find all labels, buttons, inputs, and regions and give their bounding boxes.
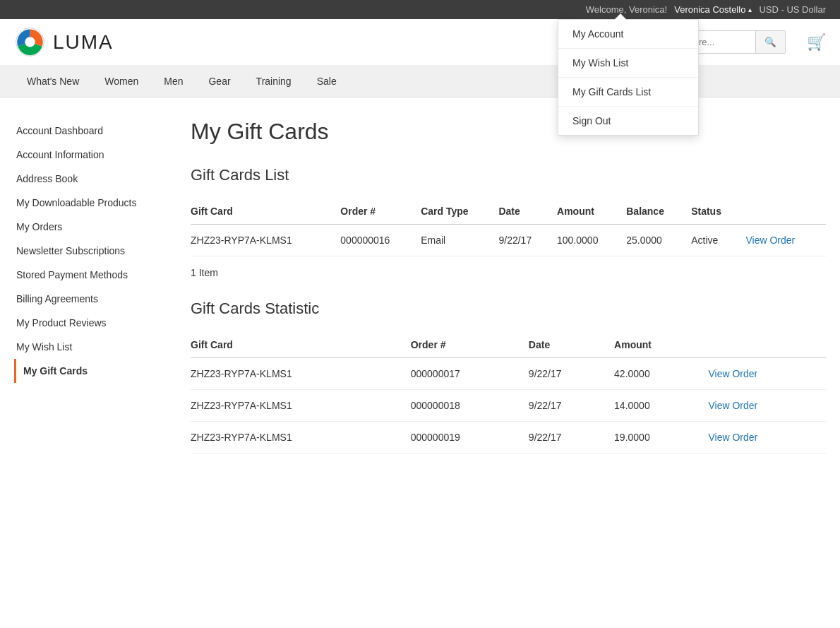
nav-item-sale[interactable]: Sale	[304, 66, 349, 97]
stat-cell-view-order[interactable]: View Order	[708, 422, 826, 454]
cart-icon[interactable]: 🛒	[807, 33, 826, 52]
col-action	[746, 199, 827, 225]
cell-card-type: Email	[421, 225, 498, 256]
logo-text: LUMA	[53, 31, 114, 54]
search-button[interactable]: 🔍	[755, 31, 785, 53]
cell-amount: 100.0000	[557, 225, 626, 256]
stat-cell-gift-card: ZHZ23-RYP7A-KLMS1	[191, 358, 411, 390]
col-card-type: Card Type	[421, 199, 498, 225]
gift-cards-list-section: Gift Cards List Gift Card Order # Card T…	[191, 166, 826, 278]
sidebar: Account Dashboard Account Information Ad…	[14, 119, 169, 464]
stat-col-order-num: Order #	[411, 332, 529, 358]
cell-view-order[interactable]: View Order	[746, 225, 827, 256]
stat-col-action	[708, 332, 826, 358]
nav-item-whats-new[interactable]: What's New	[14, 66, 92, 97]
stat-cell-order-num: 000000018	[411, 390, 529, 422]
cell-order-num: 000000016	[340, 225, 421, 256]
welcome-text: Welcome, Veronica!	[586, 4, 667, 15]
gift-cards-statistic-header-row: Gift Card Order # Date Amount	[191, 332, 826, 358]
col-amount: Amount	[557, 199, 626, 225]
stat-col-gift-card: Gift Card	[191, 332, 411, 358]
sidebar-item-my-orders[interactable]: My Orders	[14, 215, 169, 239]
sidebar-item-my-wish-list[interactable]: My Wish List	[14, 335, 169, 359]
col-order-num: Order #	[340, 199, 421, 225]
page-title: My Gift Cards	[191, 119, 826, 145]
gift-cards-statistic-row: ZHZ23-RYP7A-KLMS1 000000019 9/22/17 19.0…	[191, 422, 826, 454]
stat-cell-amount: 19.0000	[614, 422, 708, 454]
gift-cards-statistic-row: ZHZ23-RYP7A-KLMS1 000000017 9/22/17 42.0…	[191, 358, 826, 390]
main-content: My Gift Cards Gift Cards List Gift Card …	[191, 119, 826, 464]
stat-cell-amount: 14.0000	[614, 390, 708, 422]
page-layout: Account Dashboard Account Information Ad…	[0, 97, 840, 485]
chevron-down-icon: ▴	[748, 6, 752, 13]
nav-item-gear[interactable]: Gear	[196, 66, 243, 97]
sidebar-item-account-dashboard[interactable]: Account Dashboard	[14, 119, 169, 143]
nav-item-men[interactable]: Men	[151, 66, 196, 97]
stat-col-amount: Amount	[614, 332, 708, 358]
sidebar-item-billing-agreements[interactable]: Billing Agreements	[14, 287, 169, 311]
stat-cell-order-num: 000000019	[411, 422, 529, 454]
site-header: LUMA 🔍 🛒	[0, 19, 840, 66]
top-bar: Welcome, Veronica! Veronica Costello ▴ U…	[0, 0, 840, 19]
gift-cards-list-title: Gift Cards List	[191, 166, 826, 184]
stat-cell-gift-card: ZHZ23-RYP7A-KLMS1	[191, 390, 411, 422]
gift-cards-statistic-section: Gift Cards Statistic Gift Card Order # D…	[191, 300, 826, 454]
stat-cell-view-order[interactable]: View Order	[708, 390, 826, 422]
sidebar-item-my-downloadable-products[interactable]: My Downloadable Products	[14, 191, 169, 215]
stat-col-date: Date	[529, 332, 614, 358]
sidebar-item-my-product-reviews[interactable]: My Product Reviews	[14, 311, 169, 335]
main-navigation: What's New Women Men Gear Training Sale	[0, 66, 840, 97]
col-gift-card: Gift Card	[191, 199, 340, 225]
gift-cards-list-header-row: Gift Card Order # Card Type Date Amount …	[191, 199, 826, 225]
stat-cell-date: 9/22/17	[529, 358, 614, 390]
cell-date: 9/22/17	[498, 225, 557, 256]
gift-cards-list-row: ZHZ23-RYP7A-KLMS1 000000016 Email 9/22/1…	[191, 225, 826, 256]
logo-icon	[14, 26, 46, 58]
sidebar-item-newsletter-subscriptions[interactable]: Newsletter Subscriptions	[14, 239, 169, 263]
user-name: Veronica Costello	[674, 4, 745, 15]
cell-gift-card: ZHZ23-RYP7A-KLMS1	[191, 225, 340, 256]
dropdown-item-sign-out[interactable]: Sign Out	[558, 107, 698, 135]
stat-cell-amount: 42.0000	[614, 358, 708, 390]
currency-selector[interactable]: USD - US Dollar	[759, 4, 826, 15]
svg-point-1	[25, 37, 35, 47]
gift-cards-item-count: 1 Item	[191, 267, 826, 278]
dropdown-item-my-gift-cards-list[interactable]: My Gift Cards List	[558, 78, 698, 107]
col-date: Date	[498, 199, 557, 225]
user-dropdown-menu: My Account My Wish List My Gift Cards Li…	[558, 19, 699, 136]
sidebar-item-address-book[interactable]: Address Book	[14, 167, 169, 191]
logo[interactable]: LUMA	[14, 26, 114, 58]
user-dropdown-trigger[interactable]: Veronica Costello ▴	[674, 4, 752, 15]
col-balance: Balance	[626, 199, 691, 225]
stat-cell-date: 9/22/17	[529, 422, 614, 454]
col-status: Status	[691, 199, 745, 225]
gift-cards-list-table: Gift Card Order # Card Type Date Amount …	[191, 199, 826, 256]
stat-cell-view-order[interactable]: View Order	[708, 358, 826, 390]
dropdown-item-my-account[interactable]: My Account	[558, 20, 698, 49]
sidebar-item-stored-payment-methods[interactable]: Stored Payment Methods	[14, 263, 169, 287]
nav-item-women[interactable]: Women	[92, 66, 151, 97]
gift-cards-statistic-table: Gift Card Order # Date Amount ZHZ23-RYP7…	[191, 332, 826, 454]
cell-status: Active	[691, 225, 745, 256]
nav-item-training[interactable]: Training	[244, 66, 304, 97]
stat-cell-order-num: 000000017	[411, 358, 529, 390]
stat-cell-gift-card: ZHZ23-RYP7A-KLMS1	[191, 422, 411, 454]
dropdown-item-my-wish-list[interactable]: My Wish List	[558, 49, 698, 78]
gift-cards-statistic-title: Gift Cards Statistic	[191, 300, 826, 318]
sidebar-item-my-gift-cards[interactable]: My Gift Cards	[14, 359, 169, 383]
stat-cell-date: 9/22/17	[529, 390, 614, 422]
gift-cards-statistic-row: ZHZ23-RYP7A-KLMS1 000000018 9/22/17 14.0…	[191, 390, 826, 422]
cell-balance: 25.0000	[626, 225, 691, 256]
sidebar-item-account-information[interactable]: Account Information	[14, 143, 169, 167]
